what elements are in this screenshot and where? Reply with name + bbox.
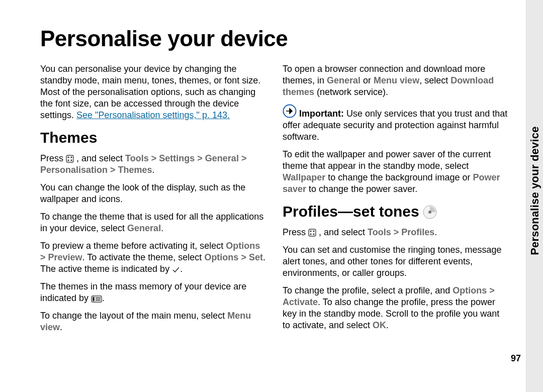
- important-icon: [283, 104, 297, 118]
- svg-rect-6: [93, 297, 95, 301]
- xref-personalisation-settings[interactable]: See "Personalisation settings," p. 143.: [76, 110, 230, 120]
- themes-p2: You can change the look of the display, …: [40, 182, 265, 205]
- intro-paragraph: You can personalise your device by chang…: [40, 63, 265, 121]
- page-number: 97: [511, 353, 521, 364]
- svg-rect-16: [313, 233, 315, 235]
- important-note: Important: Use only services that you tr…: [283, 104, 508, 143]
- nav-profiles: Profiles: [401, 227, 434, 237]
- profiles-nav-paragraph: Press , and select Tools > Profiles.: [283, 227, 508, 238]
- themes-p4: To preview a theme before activating it,…: [40, 240, 265, 275]
- profiles-p3: To change the profile, select a profile,…: [283, 285, 508, 331]
- svg-rect-0: [66, 155, 73, 162]
- important-label: Important:: [299, 109, 344, 119]
- checkmark-icon: [172, 266, 180, 273]
- nav-tools: Tools: [368, 227, 391, 237]
- nav-tools: Tools: [125, 153, 149, 163]
- svg-rect-14: [313, 230, 315, 232]
- svg-rect-3: [68, 159, 69, 161]
- themes-p6: To change the layout of the main menu, s…: [40, 310, 265, 333]
- manual-page: Personalise your device 97 Personalise y…: [0, 0, 543, 392]
- wallpaper-powersaver-paragraph: To edit the wallpaper and power saver of…: [283, 149, 508, 195]
- profiles-icon: [422, 205, 437, 220]
- two-column-body: You can personalise your device by chang…: [40, 63, 508, 365]
- thumb-index-label: Personalise your device: [528, 126, 541, 255]
- svg-rect-1: [68, 156, 69, 158]
- svg-rect-2: [71, 156, 72, 158]
- menu-key-icon: [66, 155, 74, 163]
- profiles-heading-text: Profiles—set tones: [283, 202, 419, 221]
- svg-rect-15: [310, 233, 312, 235]
- mass-memory-icon: [91, 296, 102, 303]
- themes-p5: The themes in the mass memory of your de…: [40, 281, 265, 304]
- themes-nav-paragraph: Press , and select Tools > Settings > Ge…: [40, 153, 265, 176]
- svg-point-11: [428, 211, 431, 214]
- svg-rect-8: [96, 300, 101, 301]
- svg-rect-13: [310, 230, 312, 232]
- menu-key-icon: [308, 229, 316, 237]
- themes-p3: To change the theme that is used for all…: [40, 211, 265, 234]
- nav-personalisation: Personalisation: [40, 165, 108, 175]
- section-heading-profiles: Profiles—set tones: [283, 202, 508, 221]
- download-themes-paragraph: To open a browser connection and downloa…: [283, 63, 508, 98]
- profiles-p2: You can set and customise the ringing to…: [283, 244, 508, 279]
- svg-rect-4: [71, 159, 72, 161]
- nav-settings: Settings: [159, 153, 195, 163]
- thumb-index-tab: Personalise your device: [526, 0, 543, 392]
- svg-rect-12: [309, 229, 316, 236]
- chapter-title: Personalise your device: [40, 26, 508, 51]
- nav-themes: Themes: [118, 165, 152, 175]
- section-heading-themes: Themes: [40, 128, 265, 147]
- nav-general: General: [205, 153, 239, 163]
- svg-rect-7: [96, 298, 101, 299]
